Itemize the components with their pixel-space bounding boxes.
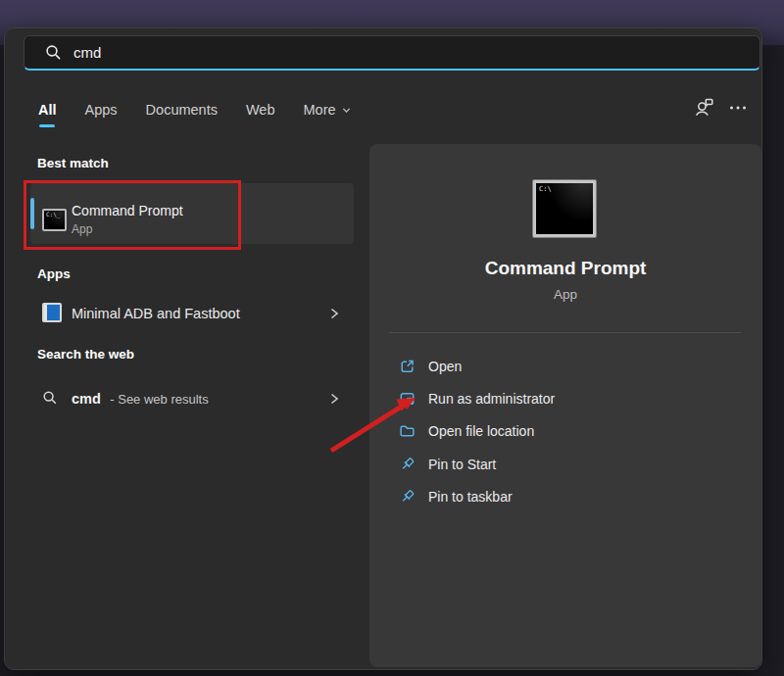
result-cmd-web-search[interactable]: cmd - See web results	[30, 381, 354, 416]
search-box[interactable]	[24, 35, 760, 71]
command-prompt-icon-large: C:\	[533, 180, 596, 237]
result-title: Command Prompt	[72, 202, 183, 219]
tab-apps[interactable]: Apps	[84, 98, 119, 121]
open-external-icon	[399, 358, 416, 374]
best-match-header: Best match	[37, 156, 109, 170]
result-subtitle: App	[72, 221, 183, 237]
tab-documents[interactable]: Documents	[145, 98, 219, 121]
divider	[389, 332, 742, 333]
web-suffix-text: - See web results	[110, 392, 208, 407]
action-open[interactable]: Open	[369, 350, 761, 382]
selection-accent-bar	[30, 198, 34, 229]
action-pin-to-start[interactable]: Pin to Start	[369, 448, 761, 480]
run-as-administrator-icon	[399, 390, 416, 407]
ellipsis-menu-icon[interactable]	[728, 100, 748, 116]
filter-tabs: All Apps Documents Web More	[24, 93, 760, 126]
result-detail-panel: C:\ Command Prompt App Open Run as admi	[369, 144, 761, 667]
chevron-down-icon	[341, 105, 352, 116]
apps-header: Apps	[37, 266, 71, 281]
result-title: Minimal ADB and Fastboot	[72, 306, 240, 321]
action-pin-to-taskbar[interactable]: Pin to taskbar	[369, 480, 761, 512]
tab-more[interactable]: More	[303, 98, 353, 121]
pin-icon	[399, 488, 416, 505]
windows-search-flyout: All Apps Documents Web More	[4, 27, 762, 670]
action-open-file-location[interactable]: Open file location	[369, 414, 761, 447]
pin-icon	[399, 456, 416, 472]
command-prompt-icon: C:\_	[42, 209, 67, 231]
search-input[interactable]	[74, 44, 701, 61]
action-run-as-administrator[interactable]: Run as administrator	[369, 382, 761, 414]
account-feedback-icon[interactable]	[694, 97, 714, 118]
search-the-web-header: Search the web	[37, 347, 134, 362]
tab-all[interactable]: All	[37, 98, 58, 121]
app-window-icon	[42, 303, 62, 322]
chevron-right-icon[interactable]	[328, 392, 340, 406]
search-icon	[42, 390, 58, 406]
chevron-right-icon[interactable]	[328, 307, 340, 320]
search-icon	[45, 44, 62, 61]
result-minimal-adb-and-fastboot[interactable]: Minimal ADB and Fastboot	[30, 295, 354, 331]
tab-web[interactable]: Web	[245, 98, 276, 121]
detail-app-name: Command Prompt	[369, 258, 761, 279]
best-match-result-command-prompt[interactable]: C:\_ Command Prompt App	[30, 183, 354, 244]
detail-app-type: App	[369, 287, 761, 302]
web-query-text: cmd	[72, 391, 101, 407]
folder-icon	[399, 422, 416, 439]
